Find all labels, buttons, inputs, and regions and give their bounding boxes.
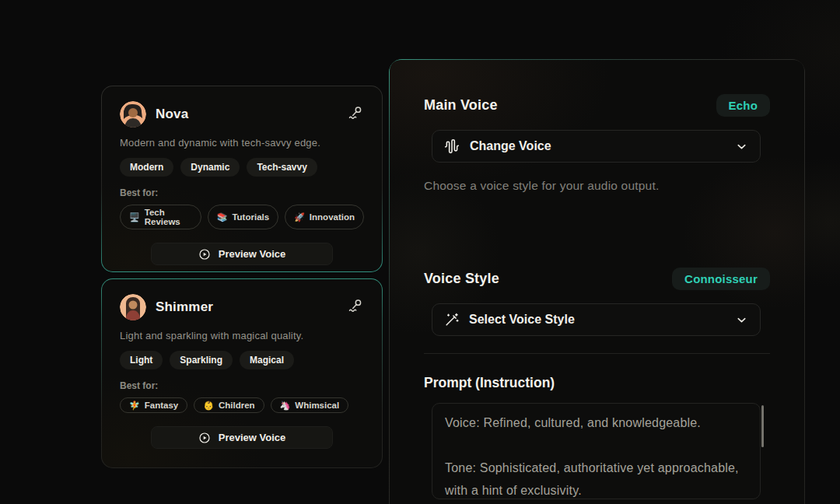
select-voice-style-dropdown[interactable]: Select Voice Style (432, 303, 761, 336)
circle-play-icon (198, 432, 211, 444)
best-for-pill-label: Fantasy (145, 401, 178, 410)
preview-voice-label: Preview Voice (219, 432, 285, 443)
mic-icon[interactable] (347, 104, 364, 121)
voice-style-title: Voice Style (424, 271, 499, 287)
voice-name: Shimmer (156, 299, 213, 315)
best-for-label: Best for: (120, 380, 364, 391)
voice-description: Light and sparkling with magical quality… (120, 330, 364, 341)
tag-row: Modern Dynamic Tech-savvy (120, 158, 364, 177)
best-for-row: 🖥️ Tech Reviews 📚 Tutorials 🚀 Innovation (120, 205, 364, 229)
best-for-row: 🧚 Fantasy 👶 Children 🦄 Whimsical (120, 397, 364, 413)
best-for-pill: 🧚 Fantasy (120, 397, 187, 413)
prompt-instruction-input[interactable]: Voice: Refined, cultured, and knowledgea… (432, 403, 761, 499)
preview-voice-button[interactable]: Preview Voice (151, 243, 333, 265)
books-icon: 📚 (217, 213, 228, 222)
main-voice-header: Main Voice Echo (424, 60, 770, 117)
best-for-pill: 🖥️ Tech Reviews (120, 205, 201, 229)
voice-card-nova: Nova Modern and dynamic with tech-savvy … (101, 86, 383, 272)
tag: Magical (240, 351, 294, 369)
card-header: Nova (120, 101, 364, 128)
textarea-scrollbar-thumb[interactable] (761, 405, 764, 447)
preview-voice-button[interactable]: Preview Voice (151, 426, 333, 449)
best-for-pill-label: Innovation (310, 212, 355, 222)
select-voice-style-label: Select Voice Style (469, 313, 575, 327)
main-voice-badge: Echo (716, 94, 770, 117)
best-for-pill-label: Whimsical (295, 401, 339, 410)
best-for-label: Best for: (120, 187, 364, 198)
best-for-pill: 🦄 Whimsical (271, 397, 349, 413)
change-voice-dropdown[interactable]: Change Voice (432, 130, 761, 163)
section-divider (424, 353, 770, 354)
wand-sparkles-icon (444, 313, 459, 327)
tag: Dynamic (180, 158, 240, 177)
chevron-down-icon (735, 140, 748, 153)
chevron-down-icon (735, 313, 748, 327)
tag: Modern (120, 158, 173, 177)
card-header: Shimmer (120, 294, 364, 320)
mic-icon[interactable] (347, 297, 364, 314)
baby-icon: 👶 (203, 401, 214, 410)
voice-style-badge: Connoisseur (672, 268, 770, 290)
tag: Sparkling (170, 351, 233, 369)
avatar (120, 294, 146, 320)
best-for-pill-label: Tutorials (232, 212, 269, 222)
avatar (120, 101, 146, 128)
fairy-icon: 🧚 (129, 401, 140, 410)
circle-play-icon (198, 248, 211, 261)
voice-card-shimmer: Shimmer Light and sparkling with magical… (101, 278, 383, 468)
best-for-pill: 🚀 Innovation (285, 205, 364, 229)
main-voice-title: Main Voice (424, 97, 498, 114)
tag: Light (120, 351, 163, 369)
voice-style-header: Voice Style Connoisseur (424, 268, 770, 290)
rocket-icon: 🚀 (294, 213, 305, 222)
prompt-instruction-title: Prompt (Instruction) (424, 375, 770, 391)
voice-name: Nova (156, 107, 188, 122)
unicorn-icon: 🦄 (280, 401, 291, 410)
desktop-computer-icon: 🖥️ (129, 213, 140, 222)
audio-waveform-icon (444, 138, 460, 154)
best-for-pill: 📚 Tutorials (208, 205, 278, 229)
preview-voice-label: Preview Voice (219, 248, 285, 260)
voice-style-hint: Choose a voice style for your audio outp… (424, 179, 770, 193)
voice-description: Modern and dynamic with tech-savvy edge. (120, 137, 364, 149)
best-for-pill-label: Children (219, 401, 255, 410)
change-voice-label: Change Voice (470, 139, 551, 153)
tag-row: Light Sparkling Magical (120, 351, 364, 369)
best-for-pill: 👶 Children (194, 397, 264, 413)
voice-settings-panel: Main Voice Echo Change Voice Choose a vo… (389, 59, 805, 504)
tag: Tech-savvy (247, 158, 317, 177)
best-for-pill-label: Tech Reviews (145, 208, 192, 226)
